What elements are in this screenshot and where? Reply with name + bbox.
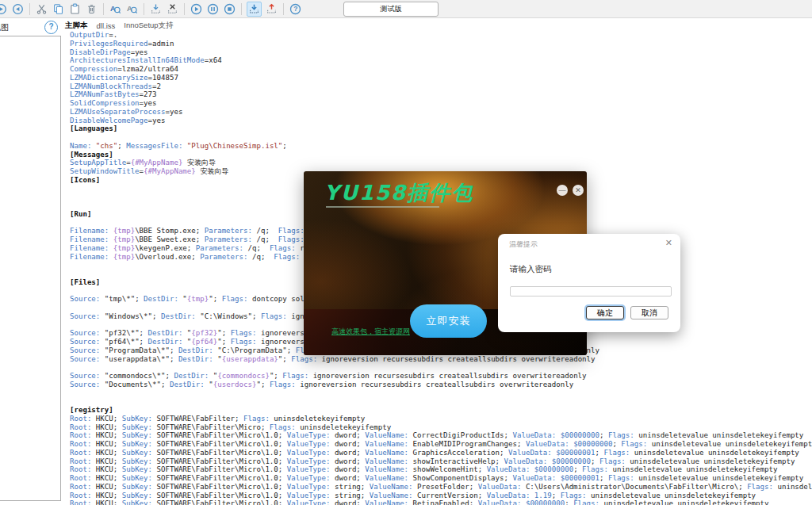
password-prompt-label: 请输入密码	[510, 264, 552, 275]
code-line: Root: HKCU; SubKey: SOFTWARE\FabFilter; …	[70, 415, 812, 423]
code-line	[70, 397, 812, 406]
code-line: DisableWelcomePage=yes	[70, 117, 812, 125]
code-line: LZMAUseSeparateProcess=yes	[70, 108, 812, 117]
code-line: Root: HKCU; SubKey: SOFTWARE\FabFilter\M…	[70, 449, 812, 457]
pause-icon[interactable]	[206, 2, 220, 16]
resource-site-link[interactable]: 高速效果包，宿主资源网	[331, 327, 410, 337]
code-line: DisableDirPage=yes	[70, 48, 812, 57]
cancel-button[interactable]: 取消	[630, 306, 668, 319]
toolbar-separator	[283, 3, 284, 15]
installer-title: YU158插件包	[324, 179, 473, 207]
code-line: Root: HKCU; SubKey: SOFTWARE\FabFilter\M…	[70, 492, 812, 500]
toolbar-separator	[144, 3, 144, 15]
tab-main-script[interactable]: 主脚本	[65, 21, 88, 31]
toolbar-separator	[241, 3, 242, 15]
redo-icon[interactable]	[11, 2, 25, 16]
code-line: Root: HKCU; SubKey: SOFTWARE\FabFilter\M…	[70, 457, 812, 466]
paste-icon[interactable]	[68, 2, 82, 16]
delete-icon[interactable]	[85, 2, 98, 16]
svg-text:?: ?	[293, 5, 297, 13]
code-line: Root: HKCU; SubKey: SOFTWARE\FabFilter\M…	[70, 499, 812, 505]
code-line: LZMADictionarySize=104857	[70, 74, 812, 82]
code-line	[70, 363, 812, 372]
sidebar-help-icon[interactable]: ?	[44, 21, 58, 34]
code-line: [Languages]	[70, 124, 812, 133]
code-line: Root: HKCU; SubKey: SOFTWARE\FabFilter\M…	[70, 423, 812, 432]
undo-icon[interactable]	[0, 2, 8, 16]
code-line: [Messages]	[70, 151, 812, 159]
code-line: Root: HKCU; SubKey: SOFTWARE\FabFilter\M…	[70, 431, 812, 440]
code-line: Source: "commondocs\*"; DestDir: "{commo…	[70, 372, 812, 381]
compile-icon[interactable]	[247, 2, 262, 17]
toolbar-separator	[29, 3, 30, 15]
code-line: Compression=lzma2/ultra64	[70, 65, 812, 74]
code-line: Root: HKCU; SubKey: SOFTWARE\FabFilter\M…	[70, 483, 812, 492]
code-line: Name: "chs"; MessagesFile: "Plug\Chinese…	[70, 142, 812, 151]
toolbar: A A ? 测试版	[0, 0, 812, 18]
code-line	[70, 133, 812, 142]
sidebar-panel[interactable]	[0, 36, 61, 501]
stop-icon[interactable]	[223, 2, 236, 16]
code-line: SolidCompression=yes	[70, 99, 812, 108]
code-line: Root: HKCU; SubKey: SOFTWARE\FabFilter\M…	[70, 465, 812, 474]
code-line: LZMANumFastBytes=273	[70, 90, 812, 99]
tab-bar: 主脚本 dll.iss InnoSetup支持	[65, 19, 174, 32]
dialog-close-icon[interactable]: ✕	[665, 238, 672, 248]
code-line	[70, 389, 812, 398]
insert-file-icon[interactable]	[149, 2, 163, 16]
password-dialog: 温馨提示 ✕ 请输入密码 确定 取消	[498, 234, 680, 332]
run-icon[interactable]	[190, 2, 203, 16]
replace-icon[interactable]: A	[125, 2, 139, 16]
ok-button[interactable]: 确定	[586, 306, 624, 319]
code-line: Source: "Documents\*"; DestDir: "{userdo…	[70, 381, 812, 389]
dialog-title: 温馨提示	[509, 239, 538, 250]
toolbar-separator	[184, 3, 185, 15]
find-icon[interactable]: A	[109, 2, 122, 16]
export-icon[interactable]	[265, 2, 278, 16]
code-line: LZMANumBlockThreads=2	[70, 82, 812, 91]
install-now-button[interactable]: 立即安装	[410, 304, 487, 338]
code-line: Root: HKCU; SubKey: SOFTWARE\FabFilter\M…	[70, 440, 812, 449]
test-version-badge[interactable]: 测试版	[343, 2, 439, 17]
minimize-icon[interactable]: —	[557, 185, 568, 196]
code-line: Source: "userappdata\*"; DestDir: "{user…	[70, 355, 812, 364]
code-line: PrivilegesRequired=admin	[70, 40, 812, 48]
tab-dll-iss[interactable]: dll.iss	[97, 21, 116, 30]
code-line: ArchitecturesInstallIn64BitMode=x64	[70, 56, 812, 65]
help-icon[interactable]: ?	[289, 2, 302, 16]
tab-innosetup-support[interactable]: InnoSetup支持	[124, 21, 173, 31]
code-line: SetupAppTitle={#MyAppName} 安装向导	[70, 159, 812, 167]
toolbar-separator	[103, 3, 104, 15]
sidebar-view-label: 视图	[0, 22, 9, 33]
remove-file-icon[interactable]	[166, 2, 179, 16]
code-line: OutputDir=.	[70, 31, 812, 40]
close-icon[interactable]: ✕	[573, 185, 584, 196]
code-line: Root: HKCU; SubKey: SOFTWARE\FabFilter\M…	[70, 474, 812, 483]
code-line: [registry]	[70, 406, 812, 415]
password-input[interactable]	[510, 286, 672, 296]
installer-title-underline	[326, 206, 439, 208]
cut-icon[interactable]	[35, 2, 48, 16]
copy-icon[interactable]	[52, 2, 65, 16]
